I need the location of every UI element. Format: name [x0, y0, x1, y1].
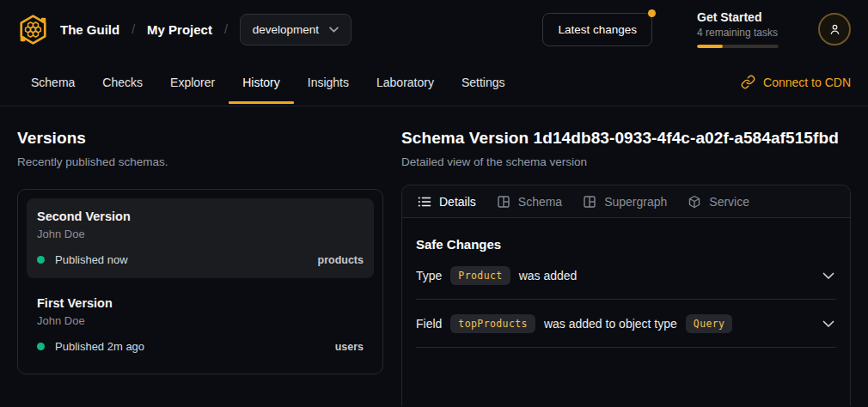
app-header: The Guild / My Project / development Lat… [0, 0, 868, 58]
chevron-down-icon [822, 272, 834, 280]
target-select[interactable]: development [240, 14, 351, 46]
change-text: was added to object type [544, 317, 677, 331]
schema-version-title: Schema Version 1d14db83-0933-4f4c-a02f-a… [401, 129, 851, 148]
main-content: Versions Recently published schemas. Sec… [0, 106, 868, 406]
service-name: products [318, 254, 364, 266]
change-text: was added [519, 269, 578, 282]
version-title: Second Version [37, 210, 364, 223]
chevron-down-icon [329, 27, 339, 33]
versions-subtitle: Recently published schemas. [17, 155, 383, 168]
link-icon [741, 75, 755, 89]
tab-checks[interactable]: Checks [89, 58, 156, 106]
detail-tab-label: Supergraph [604, 195, 667, 209]
change-row[interactable]: FieldtopProductswas added to object type… [416, 300, 836, 348]
detail-tab-supergraph[interactable]: Supergraph [572, 185, 677, 217]
get-started-title: Get Started [697, 10, 779, 24]
version-author: John Doe [37, 314, 364, 327]
user-icon [828, 22, 842, 37]
code-badge: topProducts [450, 314, 535, 333]
latest-changes-button[interactable]: Latest changes [542, 13, 652, 46]
version-author: John Doe [37, 228, 364, 240]
code-badge: Product [450, 266, 510, 285]
detail-tab-details[interactable]: Details [407, 185, 486, 217]
tab-insights[interactable]: Insights [294, 58, 363, 106]
versions-title: Versions [17, 129, 383, 148]
schema-version-subtitle: Detailed view of the schema version [401, 155, 851, 168]
published-status-dot [37, 343, 45, 350]
breadcrumb-separator: / [224, 22, 228, 36]
list-icon [418, 195, 431, 209]
cube-icon [688, 195, 701, 209]
version-meta: Published 2m agousers [37, 340, 364, 353]
connect-to-cdn-link[interactable]: Connect to CDN [741, 58, 851, 106]
target-select-value: development [253, 23, 319, 36]
tab-schema[interactable]: Schema [17, 58, 89, 106]
version-title: First Version [37, 296, 364, 310]
tab-history[interactable]: History [229, 58, 294, 106]
get-started-progress-fill [697, 45, 723, 48]
detail-tabs: DetailsSchemaSupergraphService [402, 185, 850, 218]
version-item[interactable]: Second VersionJohn DoePublished nowprodu… [27, 198, 374, 278]
change-text: Type [416, 269, 442, 282]
published-status-dot [37, 256, 45, 264]
service-name: users [335, 341, 364, 353]
user-avatar[interactable] [818, 13, 851, 46]
detail-tab-schema[interactable]: Schema [486, 185, 572, 217]
tab-explorer[interactable]: Explorer [156, 58, 229, 106]
changes-list: TypeProductwas addedFieldtopProductswas … [416, 252, 836, 348]
versions-list: Second VersionJohn DoePublished nowprodu… [17, 189, 383, 374]
notification-dot [648, 9, 656, 17]
get-started-subtitle: 4 remaining tasks [697, 27, 779, 39]
detail-tab-label: Schema [518, 195, 562, 209]
versions-column: Versions Recently published schemas. Sec… [17, 129, 383, 406]
schema-version-panel: DetailsSchemaSupergraphService Safe Chan… [401, 185, 851, 406]
change-text: Field [416, 317, 442, 331]
change-row[interactable]: TypeProductwas added [416, 252, 836, 300]
columns-icon [583, 195, 596, 209]
detail-body: Safe Changes TypeProductwas addedFieldto… [402, 218, 850, 348]
detail-tab-label: Service [709, 195, 749, 209]
detail-tab-label: Details [439, 195, 476, 209]
published-status-label: Published 2m ago [55, 340, 144, 353]
version-item[interactable]: First VersionJohn DoePublished 2m agouse… [27, 285, 374, 365]
breadcrumb-separator: / [131, 22, 135, 36]
get-started-progress [697, 45, 779, 48]
version-meta: Published nowproducts [37, 253, 364, 266]
connect-to-cdn-label: Connect to CDN [763, 76, 851, 89]
nav-tabs: SchemaChecksExplorerHistoryInsightsLabor… [17, 58, 519, 106]
tab-settings[interactable]: Settings [448, 58, 519, 106]
guild-logo-icon[interactable] [17, 14, 49, 46]
safe-changes-title: Safe Changes [416, 237, 836, 252]
breadcrumb-org[interactable]: The Guild [60, 22, 119, 37]
breadcrumb: The Guild / My Project / development [60, 14, 351, 46]
schema-version-column: Schema Version 1d14db83-0933-4f4c-a02f-a… [401, 129, 851, 406]
breadcrumb-project[interactable]: My Project [147, 22, 212, 37]
columns-icon [497, 195, 510, 209]
code-badge: Query [686, 314, 733, 333]
chevron-down-icon [822, 320, 834, 328]
main-nav: SchemaChecksExplorerHistoryInsightsLabor… [0, 58, 868, 106]
detail-tab-service[interactable]: Service [677, 185, 760, 217]
published-status-label: Published now [55, 253, 128, 266]
get-started-widget[interactable]: Get Started 4 remaining tasks [697, 10, 779, 48]
tab-laboratory[interactable]: Laboratory [363, 58, 448, 106]
